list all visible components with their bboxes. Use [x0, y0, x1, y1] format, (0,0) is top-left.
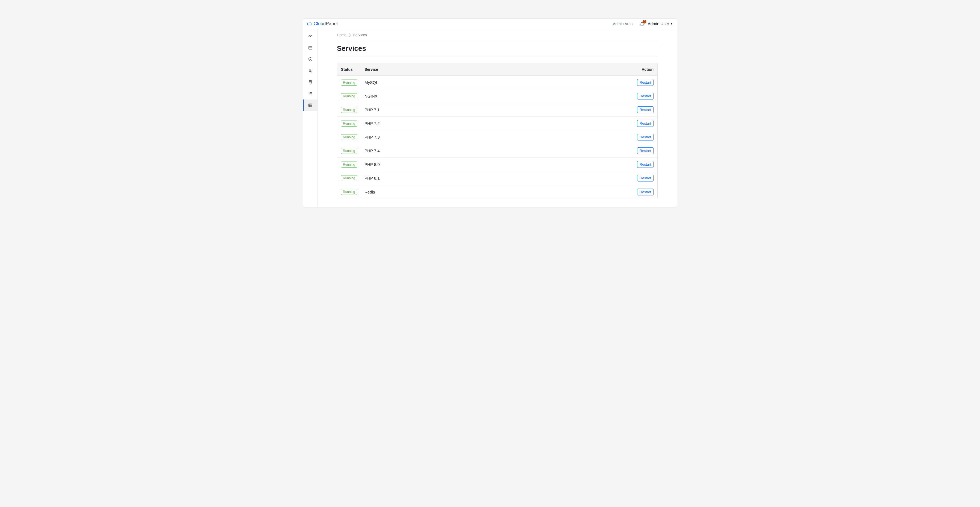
status-badge: Running: [341, 107, 357, 113]
restart-button[interactable]: Restart: [637, 161, 654, 168]
sidebar-item-security[interactable]: [303, 54, 317, 65]
notifications-badge: 0: [643, 20, 646, 24]
status-badge: Running: [341, 162, 357, 168]
breadcrumb: Home ❯ Services: [337, 33, 658, 40]
services-table: Status Service Action RunningMySQLRestar…: [337, 63, 658, 199]
service-name: PHP 7.3: [364, 135, 380, 139]
restart-button[interactable]: Restart: [637, 120, 654, 127]
topbar: CloudPanel Admin Area 0 Admin User ▼: [303, 19, 677, 29]
topbar-right: Admin Area 0 Admin User ▼: [613, 21, 673, 26]
status-badge: Running: [341, 121, 357, 127]
database-icon: [308, 80, 313, 85]
sidebar-item-databases[interactable]: [303, 76, 317, 88]
svg-rect-4: [309, 104, 312, 107]
status-badge: Running: [341, 93, 357, 99]
table-body: RunningMySQLRestartRunningNGINXRestartRu…: [337, 76, 657, 199]
separator: [636, 21, 636, 26]
content: Home ❯ Services Services Status Service …: [318, 29, 677, 207]
svg-point-3: [309, 80, 312, 82]
status-badge: Running: [341, 175, 357, 181]
service-name: NGINX: [364, 94, 378, 99]
services-icon: [308, 103, 313, 108]
table-row: RunningMySQLRestart: [337, 76, 657, 89]
window-icon: [308, 45, 313, 50]
restart-button[interactable]: Restart: [637, 134, 654, 140]
header-service: Service: [364, 67, 630, 72]
service-name: PHP 8.0: [364, 162, 380, 167]
svg-point-2: [310, 69, 311, 70]
table-row: RunningPHP 7.1Restart: [337, 103, 657, 117]
status-badge: Running: [341, 148, 357, 154]
service-name: MySQL: [364, 80, 378, 85]
chevron-down-icon: ▼: [670, 22, 673, 25]
sidebar-item-dashboard[interactable]: [303, 30, 317, 42]
table-row: RunningPHP 7.3Restart: [337, 130, 657, 144]
chevron-right-icon: ❯: [348, 33, 351, 37]
notifications-button[interactable]: 0: [640, 21, 644, 26]
header-action: Action: [630, 67, 657, 72]
sidebar-item-cron[interactable]: [303, 88, 317, 100]
table-row: RunningNGINXRestart: [337, 89, 657, 103]
status-badge: Running: [341, 189, 357, 195]
sidebar-item-users[interactable]: [303, 65, 317, 76]
user-name: Admin User: [648, 21, 669, 26]
app-frame: CloudPanel Admin Area 0 Admin User ▼: [303, 19, 677, 207]
service-name: Redis: [364, 190, 375, 194]
table-row: RunningPHP 8.1Restart: [337, 172, 657, 185]
status-badge: Running: [341, 134, 357, 140]
shield-icon: [308, 57, 313, 62]
table-row: RunningPHP 7.4Restart: [337, 144, 657, 158]
restart-button[interactable]: Restart: [637, 106, 654, 113]
restart-button[interactable]: Restart: [637, 175, 654, 181]
sidebar-item-services[interactable]: [303, 100, 317, 111]
brand[interactable]: CloudPanel: [307, 21, 338, 27]
table-row: RunningPHP 8.0Restart: [337, 158, 657, 172]
service-name: PHP 7.4: [364, 148, 380, 153]
service-name: PHP 7.2: [364, 121, 380, 126]
page-title: Services: [337, 44, 658, 53]
breadcrumb-current: Services: [353, 33, 367, 37]
sidebar: [303, 29, 318, 207]
svg-rect-1: [309, 46, 312, 49]
header-status: Status: [337, 67, 364, 72]
brand-text: CloudPanel: [313, 21, 338, 27]
svg-point-0: [310, 37, 310, 37]
restart-button[interactable]: Restart: [637, 147, 654, 154]
service-name: PHP 7.1: [364, 107, 380, 112]
breadcrumb-home[interactable]: Home: [337, 33, 347, 37]
table-row: RunningPHP 7.2Restart: [337, 117, 657, 130]
user-icon: [308, 68, 313, 73]
user-menu[interactable]: Admin User ▼: [648, 21, 673, 26]
restart-button[interactable]: Restart: [637, 93, 654, 100]
restart-button[interactable]: Restart: [637, 189, 654, 195]
restart-button[interactable]: Restart: [637, 79, 654, 86]
table-header: Status Service Action: [337, 63, 657, 76]
gauge-icon: [308, 34, 313, 39]
cloud-logo-icon: [307, 21, 312, 26]
table-row: RunningRedisRestart: [337, 185, 657, 199]
sidebar-item-sites[interactable]: [303, 42, 317, 54]
status-badge: Running: [341, 79, 357, 86]
body: Home ❯ Services Services Status Service …: [303, 29, 677, 207]
service-name: PHP 8.1: [364, 176, 380, 180]
checklist-icon: [308, 91, 313, 96]
admin-area-link[interactable]: Admin Area: [613, 22, 632, 26]
